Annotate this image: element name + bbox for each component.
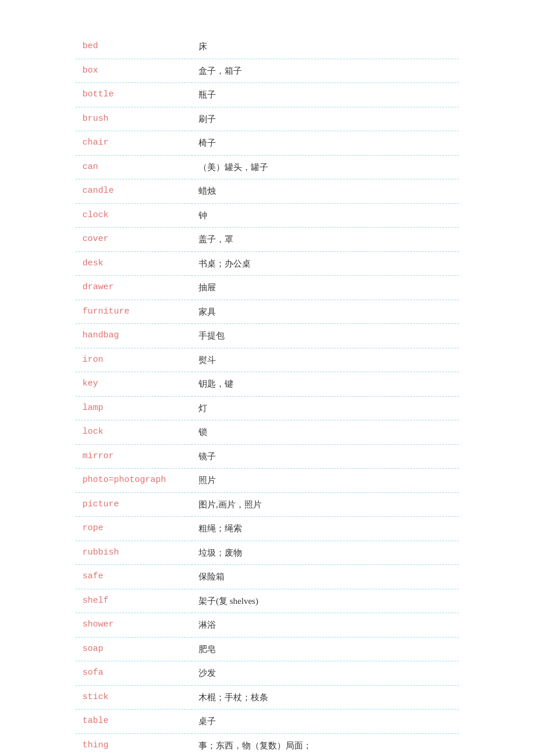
english-word: shelf [75,589,192,613]
chinese-translation: 钟 [192,203,459,228]
chinese-translation: 图片,画片，照片 [192,492,459,517]
english-word: bottle [75,83,192,107]
english-word: safe [75,565,192,589]
english-word: rope [75,517,192,541]
table-row: furniture家具 [75,300,459,324]
table-row: lamp灯 [75,396,459,420]
chinese-translation: 书桌；办公桌 [192,251,459,276]
table-row: rope粗绳；绳索 [75,517,459,541]
english-word: chair [75,131,192,156]
table-row: bottle瓶子 [75,83,459,107]
table-row: shower淋浴 [75,613,459,638]
table-row: clock钟 [75,203,459,228]
table-row: candle蜡烛 [75,179,459,204]
english-word: lock [75,420,192,445]
english-word: handbag [75,324,192,348]
chinese-translation: 盖子，罩 [192,228,459,252]
vocabulary-table-container: bed床box盒子，箱子bottle瓶子brush刷子chair椅子can（美）… [75,35,459,756]
chinese-translation: 桌子 [192,710,459,734]
table-row: desk书桌；办公桌 [75,251,459,276]
table-row: shelf架子(复 shelves) [75,589,459,613]
table-row: mirror镜子 [75,444,459,469]
table-row: box盒子，箱子 [75,59,459,83]
table-row: picture图片,画片，照片 [75,492,459,517]
chinese-translation: 蜡烛 [192,179,459,204]
english-word: bed [75,35,192,59]
english-word: clock [75,203,192,228]
english-word: mirror [75,444,192,469]
chinese-translation: 钥匙，键 [192,372,459,397]
english-word: table [75,710,192,734]
table-row: drawer抽屉 [75,276,459,300]
table-row: brush刷子 [75,107,459,131]
english-word: stick [75,685,192,710]
chinese-translation: 灯 [192,396,459,420]
english-word: rubbish [75,541,192,565]
table-row: lock锁 [75,420,459,445]
chinese-translation: 架子(复 shelves) [192,589,459,613]
chinese-translation: 垃圾；废物 [192,541,459,565]
chinese-translation: 肥皂 [192,637,459,661]
english-word: drawer [75,276,192,300]
table-row: chair椅子 [75,131,459,156]
chinese-translation: 盒子，箱子 [192,59,459,83]
english-word: thing [75,733,192,756]
chinese-translation: 沙发 [192,661,459,686]
english-word: furniture [75,300,192,324]
chinese-translation: （美）罐头，罐子 [192,155,459,179]
english-word: cover [75,228,192,252]
table-row: table桌子 [75,710,459,734]
chinese-translation: 刷子 [192,107,459,131]
table-row: safe保险箱 [75,565,459,589]
chinese-translation: 熨斗 [192,348,459,372]
english-word: sofa [75,661,192,686]
table-row: rubbish垃圾；废物 [75,541,459,565]
english-word: candle [75,179,192,204]
english-word: key [75,372,192,397]
chinese-translation: 照片 [192,469,459,493]
table-row: bed床 [75,35,459,59]
english-word: soap [75,637,192,661]
english-word: shower [75,613,192,638]
table-row: key钥匙，键 [75,372,459,397]
table-row: soap肥皂 [75,637,459,661]
chinese-translation: 镜子 [192,444,459,469]
chinese-translation: 事；东西，物（复数）局面； [192,733,459,756]
vocabulary-table: bed床box盒子，箱子bottle瓶子brush刷子chair椅子can（美）… [75,35,459,756]
english-word: can [75,155,192,179]
chinese-translation: 抽屉 [192,276,459,300]
english-word: desk [75,251,192,276]
english-word: photo=photograph [75,469,192,493]
table-row: stick木棍；手杖；枝条 [75,685,459,710]
chinese-translation: 木棍；手杖；枝条 [192,685,459,710]
chinese-translation: 椅子 [192,131,459,156]
chinese-translation: 淋浴 [192,613,459,638]
chinese-translation: 家具 [192,300,459,324]
english-word: iron [75,348,192,372]
english-word: lamp [75,396,192,420]
chinese-translation: 保险箱 [192,565,459,589]
table-row: thing事；东西，物（复数）局面； [75,733,459,756]
chinese-translation: 床 [192,35,459,59]
chinese-translation: 瓶子 [192,83,459,107]
chinese-translation: 锁 [192,420,459,445]
table-row: sofa沙发 [75,661,459,686]
chinese-translation: 粗绳；绳索 [192,517,459,541]
table-row: handbag手提包 [75,324,459,348]
table-row: photo=photograph照片 [75,469,459,493]
table-row: can（美）罐头，罐子 [75,155,459,179]
english-word: brush [75,107,192,131]
chinese-translation: 手提包 [192,324,459,348]
english-word: picture [75,492,192,517]
table-row: cover盖子，罩 [75,228,459,252]
table-row: iron熨斗 [75,348,459,372]
english-word: box [75,59,192,83]
